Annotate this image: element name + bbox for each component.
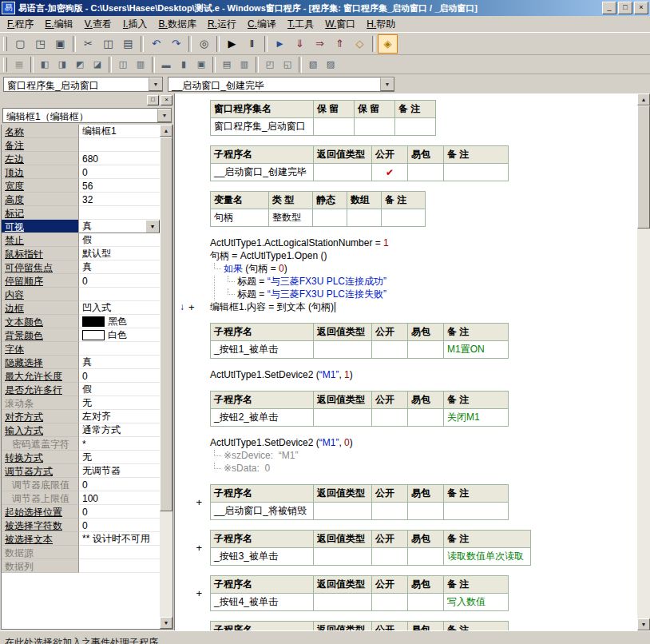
new-file-button[interactable]: ▢ [10, 34, 30, 54]
property-value[interactable]: 真 [79, 260, 160, 274]
align-right-button[interactable]: ◨ [54, 57, 71, 73]
property-value[interactable]: ** 设计时不可用 [79, 532, 160, 546]
table-cell[interactable]: _按钮2_被单击 [211, 409, 314, 427]
property-row[interactable]: 名称编辑框1 [2, 125, 160, 138]
bring-to-front-button[interactable]: ◰ [261, 57, 279, 73]
scroll-down-icon[interactable]: ▼ [637, 618, 650, 630]
property-value[interactable]: 无 [79, 396, 160, 410]
chevron-down-icon[interactable]: ▼ [380, 78, 394, 91]
property-row[interactable]: 文本颜色黑色 [2, 315, 160, 328]
menu-item[interactable]: R.运行 [202, 16, 242, 33]
menu-item[interactable]: B.数据库 [153, 16, 202, 33]
maximize-button[interactable]: □ [618, 2, 632, 14]
property-row[interactable]: 顶边0 [2, 165, 160, 179]
property-row[interactable]: 鼠标指针默认型 [2, 247, 160, 260]
property-row[interactable]: 宽度56 [2, 179, 160, 193]
property-value[interactable]: 0 [79, 274, 160, 288]
center-vertical-button[interactable]: ▥ [132, 57, 149, 73]
code-editor-panel[interactable]: 窗口程序集名保 留保 留备 注窗口程序集_启动窗口子程序名返回值类型公开易包备 … [175, 93, 650, 630]
menu-item[interactable]: H.帮助 [361, 16, 401, 33]
property-row[interactable]: 转换方式无 [2, 451, 160, 464]
property-row[interactable]: 对齐方式左对齐 [2, 410, 160, 423]
code-line[interactable]: ActUtlType1.SetDevice2 (“M1”, 0) [175, 436, 637, 449]
same-size-button[interactable]: ▣ [192, 57, 210, 73]
property-row[interactable]: 备注 [2, 138, 160, 152]
property-row[interactable]: 数据源 [2, 546, 160, 559]
code-line[interactable]: ActUtlType1.ActLogicalStationNumber = 1 [175, 237, 637, 249]
table-cell[interactable] [408, 548, 444, 566]
table-cell[interactable]: ✔ [372, 164, 408, 181]
save-file-button[interactable]: ▣ [50, 34, 70, 54]
property-row[interactable]: 输入方式通常方式 [2, 423, 160, 437]
align-bottom-button[interactable]: ◪ [89, 57, 106, 73]
insert-plus-icon[interactable]: + [196, 542, 202, 554]
menu-item[interactable]: V.查看 [79, 16, 117, 33]
align-left-button[interactable]: ◧ [36, 57, 54, 73]
property-value[interactable] [79, 546, 160, 559]
property-value[interactable]: * [79, 437, 160, 451]
code-line[interactable]: 标题 = “与三菱FX3U PLC连接成功” [175, 275, 637, 288]
table-cell[interactable]: __启动窗口_创建完毕 [211, 164, 314, 181]
table-data-row[interactable]: __启动窗口_将被销毁 [211, 503, 509, 520]
property-row[interactable]: 字体 [2, 342, 160, 356]
property-value[interactable]: 56 [79, 179, 160, 193]
property-row[interactable]: 可停留焦点真 [2, 260, 160, 274]
table-data-row[interactable]: 句柄整数型 [211, 209, 426, 227]
property-value[interactable]: 默认型 [79, 247, 160, 260]
table-cell[interactable]: 读取数值单次读取 [444, 548, 531, 566]
property-value[interactable]: 凹入式 [79, 301, 160, 315]
table-cell[interactable] [395, 118, 436, 136]
scrollbar-thumb[interactable] [160, 137, 172, 511]
undo-button[interactable]: ↶ [146, 34, 166, 54]
scrollbar-track[interactable] [160, 137, 172, 617]
menu-item[interactable]: W.窗口 [319, 16, 361, 33]
property-value[interactable] [79, 138, 160, 152]
table-cell[interactable] [313, 209, 347, 227]
scroll-down-icon[interactable]: ▼ [160, 617, 172, 629]
chevron-down-icon[interactable]: ▼ [145, 220, 160, 233]
table-cell[interactable]: 关闭M1 [444, 409, 509, 427]
property-value[interactable]: 无 [79, 451, 160, 464]
property-value[interactable]: 0 [79, 165, 160, 179]
panel-close-button[interactable]: × [161, 95, 172, 105]
form-grid-button[interactable]: ▨ [322, 57, 339, 73]
scroll-up-icon[interactable]: ▲ [637, 93, 650, 105]
property-row[interactable]: 是否允许多行假 [2, 383, 160, 396]
table-data-row[interactable]: 窗口程序集_启动窗口 [211, 118, 436, 136]
pause-button[interactable]: ‖ [242, 34, 262, 54]
table-cell[interactable] [408, 164, 444, 181]
property-row[interactable]: 被选择文本** 设计时不可用 [2, 532, 160, 546]
property-value[interactable]: 0 [79, 369, 160, 383]
code-scrollbar[interactable]: ▲ ▼ [637, 93, 650, 630]
insert-plus-icon[interactable]: + [196, 587, 202, 599]
table-cell[interactable] [314, 341, 372, 359]
property-row[interactable]: 调节器上限值100 [2, 491, 160, 505]
chevron-down-icon[interactable]: ▼ [157, 109, 171, 122]
property-value[interactable]: 真 [79, 356, 160, 369]
table-cell[interactable] [314, 118, 355, 136]
property-value[interactable]: 黑色 [79, 315, 160, 328]
property-value[interactable]: 假 [79, 233, 160, 247]
table-cell[interactable] [372, 503, 408, 520]
same-height-button[interactable]: ▮ [175, 57, 192, 73]
property-row[interactable]: 起始选择位置0 [2, 505, 160, 519]
property-value[interactable]: 0 [79, 519, 160, 532]
property-value[interactable]: 32 [79, 193, 160, 206]
same-width-button[interactable]: ▬ [157, 57, 175, 73]
property-value[interactable]: 左对齐 [79, 410, 160, 423]
table-cell[interactable]: 写入数值 [444, 594, 509, 611]
property-value[interactable]: 真▼ [79, 220, 160, 233]
fuzzy-find-button[interactable]: ◈ [378, 34, 398, 54]
menu-item[interactable]: T.工具 [282, 16, 319, 33]
property-row[interactable]: 可视真▼ [2, 220, 160, 233]
table-cell[interactable] [355, 118, 395, 136]
property-row[interactable]: 左边680 [2, 152, 160, 165]
open-file-button[interactable]: ◳ [30, 34, 50, 54]
step-into-button[interactable]: ⇓ [290, 34, 310, 54]
table-cell[interactable] [372, 548, 408, 566]
grid-lock-button[interactable]: ▦ [10, 57, 28, 73]
property-row[interactable]: 边框凹入式 [2, 301, 160, 315]
property-row[interactable]: 滚动条无 [2, 396, 160, 410]
property-row[interactable]: 最大允许长度0 [2, 369, 160, 383]
code-line[interactable]: 如果 (句柄 = 0) [175, 262, 637, 275]
